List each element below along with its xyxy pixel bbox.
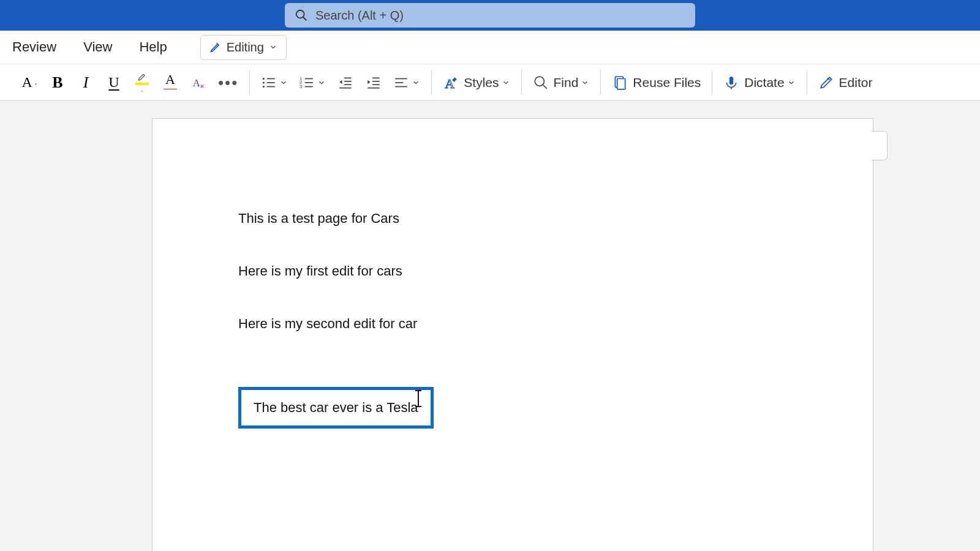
chevron-down-icon bbox=[502, 78, 510, 87]
search-box[interactable] bbox=[285, 3, 695, 28]
svg-text:A: A bbox=[193, 77, 200, 88]
font-color-button[interactable]: A bbox=[162, 72, 179, 94]
ribbon-tabs: Review View Help Editing bbox=[0, 31, 980, 64]
reuse-files-icon bbox=[612, 75, 628, 91]
svg-text:A: A bbox=[445, 76, 455, 90]
increase-indent-button[interactable] bbox=[365, 72, 382, 94]
chevron-down-icon bbox=[167, 92, 173, 93]
italic-button[interactable]: I bbox=[77, 72, 94, 94]
search-input[interactable] bbox=[315, 9, 685, 23]
editor-icon bbox=[818, 75, 834, 91]
italic-icon: I bbox=[83, 73, 89, 92]
styles-icon: A bbox=[443, 75, 459, 91]
styles-label: Styles bbox=[464, 75, 499, 90]
more-formatting-button[interactable]: ••• bbox=[218, 72, 238, 94]
clear-format-icon: A bbox=[192, 76, 205, 89]
page-side-handle[interactable] bbox=[872, 131, 888, 160]
chevron-down-icon bbox=[412, 78, 420, 87]
chevron-down-icon bbox=[581, 78, 589, 87]
titlebar bbox=[0, 0, 980, 31]
align-icon bbox=[393, 75, 409, 91]
bold-button[interactable]: B bbox=[49, 72, 66, 94]
search-icon bbox=[295, 9, 308, 22]
svg-rect-31 bbox=[729, 77, 734, 84]
styles-button[interactable]: A Styles bbox=[443, 72, 510, 94]
svg-line-1 bbox=[303, 17, 307, 21]
tab-view[interactable]: View bbox=[81, 36, 115, 59]
decrease-indent-button[interactable] bbox=[337, 72, 354, 94]
chevron-down-icon bbox=[787, 78, 796, 87]
ellipsis-icon: ••• bbox=[218, 80, 238, 86]
find-label: Find bbox=[554, 75, 579, 90]
doc-paragraph[interactable]: Here is my second edit for car bbox=[238, 316, 787, 332]
editor-button[interactable]: Editor bbox=[818, 72, 873, 94]
editing-mode-button[interactable]: Editing bbox=[200, 35, 287, 60]
svg-point-0 bbox=[296, 10, 304, 18]
svg-text:3: 3 bbox=[300, 83, 302, 89]
editor-label: Editor bbox=[839, 75, 873, 90]
reuse-files-button[interactable]: Reuse Files bbox=[612, 72, 701, 94]
highlighter-icon bbox=[135, 72, 149, 82]
document-canvas[interactable]: This is a test page for Cars Here is my … bbox=[0, 101, 980, 551]
highlight-button[interactable] bbox=[134, 72, 151, 94]
chevron-down-icon bbox=[269, 43, 277, 51]
numbering-button[interactable]: 1 2 3 bbox=[299, 72, 326, 94]
outdent-icon bbox=[337, 75, 353, 91]
search-icon bbox=[533, 75, 549, 91]
text-cursor bbox=[418, 391, 419, 407]
tab-help[interactable]: Help bbox=[137, 36, 169, 59]
clear-formatting-button[interactable]: A bbox=[190, 72, 207, 94]
font-size-icon: A bbox=[21, 74, 32, 91]
bold-icon: B bbox=[52, 73, 62, 92]
reuse-files-label: Reuse Files bbox=[633, 75, 701, 90]
doc-paragraph[interactable]: Here is my first edit for cars bbox=[238, 263, 787, 279]
boxed-text[interactable]: The best car ever is a Tesla bbox=[254, 400, 418, 415]
dictate-button[interactable]: Dictate bbox=[723, 72, 795, 94]
svg-point-3 bbox=[263, 77, 265, 79]
svg-rect-30 bbox=[617, 78, 625, 89]
font-size-button[interactable]: A ˇ bbox=[21, 72, 38, 94]
doc-paragraph[interactable]: This is a test page for Cars bbox=[238, 211, 787, 227]
svg-line-28 bbox=[543, 84, 547, 89]
dictate-label: Dictate bbox=[744, 75, 784, 90]
document-page[interactable]: This is a test page for Cars Here is my … bbox=[152, 118, 873, 551]
numbering-icon: 1 2 3 bbox=[299, 75, 315, 91]
toolbar: A ˇ B I U A A ••• bbox=[0, 64, 980, 101]
editing-label: Editing bbox=[227, 40, 264, 54]
font-color-icon: A bbox=[165, 72, 175, 88]
svg-point-27 bbox=[535, 77, 544, 86]
pen-icon bbox=[209, 41, 222, 53]
find-button[interactable]: Find bbox=[533, 72, 590, 94]
align-button[interactable] bbox=[393, 72, 420, 94]
chevron-down-icon bbox=[317, 78, 326, 87]
bullets-icon bbox=[261, 75, 277, 91]
chevron-down-icon bbox=[279, 78, 288, 87]
underline-button[interactable]: U bbox=[105, 72, 123, 94]
chevron-down-icon bbox=[139, 89, 145, 94]
text-box[interactable]: The best car ever is a Tesla bbox=[238, 387, 434, 429]
bullets-button[interactable] bbox=[261, 72, 288, 94]
underline-icon: U bbox=[108, 74, 119, 91]
microphone-icon bbox=[723, 75, 739, 91]
svg-point-7 bbox=[263, 85, 265, 87]
tab-review[interactable]: Review bbox=[10, 36, 59, 59]
svg-point-5 bbox=[263, 81, 265, 83]
indent-icon bbox=[366, 75, 382, 91]
